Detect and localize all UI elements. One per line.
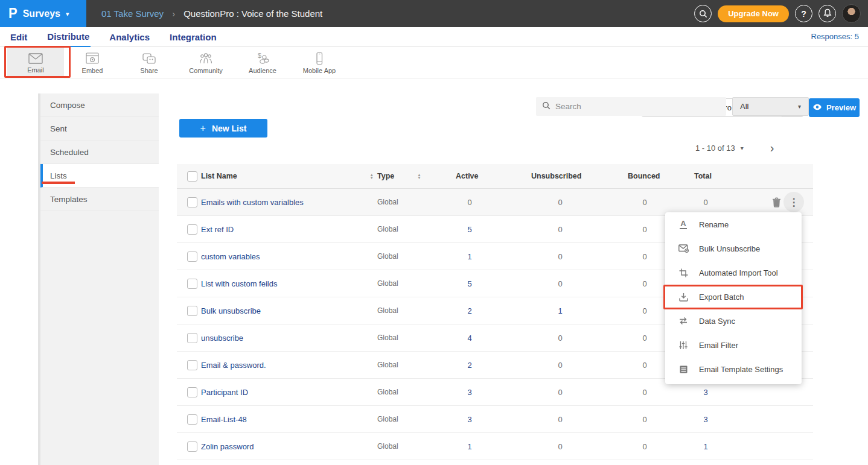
mobile-app-icon — [312, 52, 327, 65]
active-count[interactable]: 1 — [456, 442, 483, 451]
upgrade-now-button[interactable]: Upgrade Now — [718, 5, 789, 22]
search-input[interactable] — [555, 102, 706, 111]
help-button[interactable]: ? — [795, 5, 812, 22]
list-name-link[interactable]: Email-List-48 — [201, 415, 247, 424]
active-count[interactable]: 4 — [456, 334, 483, 343]
bounced-count: 0 — [628, 442, 662, 451]
menu-item-export-batch[interactable]: Export Batch — [665, 285, 802, 309]
active-count[interactable]: 1 — [456, 252, 483, 261]
svg-text:$: $ — [258, 52, 261, 59]
list-name-link[interactable]: Zolin password — [201, 442, 254, 451]
active-count: 0 — [456, 198, 483, 207]
tab-integration[interactable]: Integration — [168, 27, 218, 47]
unsubscribed-count[interactable]: 1 — [531, 306, 589, 315]
surveys-menu-button[interactable]: P Surveys ▾ — [0, 0, 86, 27]
bulk-unsubscribe-icon — [678, 244, 689, 253]
global-search-button[interactable] — [694, 5, 712, 22]
column-unsubscribed: Unsubscribed — [531, 172, 628, 180]
responses-count[interactable]: Responses: 5 — [811, 32, 860, 41]
column-type: Type — [377, 172, 394, 180]
list-name-link[interactable]: Email & password. — [201, 361, 266, 370]
pagination-range-dropdown[interactable]: 1 - 10 of 13 ▾ — [695, 144, 744, 153]
row-checkbox[interactable] — [187, 387, 197, 397]
delete-list-button[interactable] — [772, 197, 781, 207]
row-checkbox[interactable] — [187, 224, 197, 235]
list-name-link[interactable]: Bulk unsubscribe — [201, 306, 261, 315]
toolbar-item-share[interactable]: Share — [121, 47, 177, 78]
active-count[interactable]: 2 — [456, 306, 483, 315]
toolbar-item-audience[interactable]: $ Audience — [234, 47, 291, 78]
active-count[interactable]: 5 — [456, 279, 483, 288]
list-name-link[interactable]: Participant ID — [201, 388, 248, 397]
pagination: 1 - 10 of 13 ▾ › — [695, 141, 774, 155]
eye-icon — [812, 103, 822, 112]
list-name-link[interactable]: custom variables — [201, 252, 260, 261]
caret-down-icon: ▾ — [798, 103, 801, 110]
email-template-settings-icon — [678, 365, 689, 374]
notifications-button[interactable] — [819, 5, 836, 22]
user-avatar[interactable] — [842, 4, 861, 23]
sidebar-item-scheduled[interactable]: Scheduled — [40, 141, 159, 164]
next-page-button[interactable]: › — [770, 141, 774, 155]
new-list-label: New List — [212, 124, 247, 133]
row-checkbox[interactable] — [187, 441, 197, 452]
tab-analytics[interactable]: Analytics — [108, 27, 151, 47]
unsubscribed-count: 0 — [531, 388, 589, 397]
column-total: Total — [694, 172, 764, 180]
row-checkbox[interactable] — [187, 251, 197, 262]
sort-icon[interactable]: ▲▼ — [417, 173, 421, 179]
email-filter-icon — [678, 341, 689, 350]
total-count[interactable]: 3 — [694, 415, 717, 424]
sidebar-item-sent[interactable]: Sent — [40, 117, 159, 141]
menu-item-data-sync[interactable]: Data Sync — [665, 309, 802, 333]
menu-item-email-filter[interactable]: Email Filter — [665, 333, 802, 357]
row-checkbox[interactable] — [187, 279, 197, 289]
unsubscribed-count: 0 — [531, 334, 589, 343]
row-checkbox[interactable] — [187, 306, 197, 316]
row-checkbox[interactable] — [187, 360, 197, 370]
active-count[interactable]: 5 — [456, 225, 483, 234]
sidebar-item-lists[interactable]: Lists — [40, 164, 159, 188]
row-checkbox[interactable] — [187, 333, 197, 343]
list-name-link[interactable]: unsubscribe — [201, 334, 243, 343]
plus-icon: + — [200, 123, 206, 134]
list-name-link[interactable]: List with custom feilds — [201, 279, 277, 288]
page-title: QuestionPro : Voice of the Student — [183, 8, 322, 19]
tab-edit[interactable]: Edit — [9, 27, 28, 47]
menu-item-bulk-unsubscribe[interactable]: Bulk Unsubscribe — [665, 236, 802, 261]
share-icon — [142, 52, 156, 65]
active-count[interactable]: 2 — [456, 361, 483, 370]
new-list-button[interactable]: + New List — [179, 119, 267, 138]
kebab-icon: ⋮ — [789, 196, 799, 209]
row-menu-button[interactable]: ⋮ — [783, 192, 804, 212]
active-count[interactable]: 3 — [456, 415, 483, 424]
data-sync-icon — [678, 317, 689, 325]
breadcrumb-survey-link[interactable]: 01 Take Survey — [101, 8, 164, 19]
preview-button[interactable]: Preview — [809, 98, 860, 117]
unsubscribed-count: 0 — [531, 252, 589, 261]
sidebar-item-templates[interactable]: Templates — [40, 188, 159, 211]
total-count[interactable]: 3 — [694, 388, 717, 397]
menu-item-automated-import-tool[interactable]: Automated Import Tool — [665, 261, 802, 285]
row-checkbox[interactable] — [187, 414, 197, 425]
column-active: Active — [456, 172, 531, 180]
menu-item-email-template-settings[interactable]: Email Template Settings — [665, 357, 802, 381]
menu-item-rename[interactable]: A Rename — [665, 212, 802, 236]
list-name-link[interactable]: Emails with custom varialbles — [201, 198, 304, 207]
list-name-link[interactable]: Ext ref ID — [201, 225, 234, 234]
sort-icon[interactable]: ▲▼ — [370, 173, 374, 179]
toolbar-label: Community — [189, 67, 223, 74]
sidebar-item-compose[interactable]: Compose — [40, 93, 159, 117]
tab-distribute[interactable]: Distribute — [46, 27, 91, 47]
table-header: List Name ▲▼ Type ▲▼ Active Unsubscribed… — [177, 164, 813, 189]
list-filter-dropdown[interactable]: All ▾ — [732, 97, 809, 116]
toolbar-item-email[interactable]: Email — [7, 47, 64, 78]
toolbar-item-community[interactable]: Community — [177, 47, 234, 78]
select-all-checkbox[interactable] — [187, 171, 197, 182]
row-checkbox[interactable] — [187, 197, 197, 207]
table-row: Zolin password Global 1 0 0 1 — [177, 433, 813, 460]
toolbar-item-mobile-app[interactable]: Mobile App — [291, 47, 348, 78]
total-count[interactable]: 1 — [694, 442, 717, 451]
active-count[interactable]: 3 — [456, 388, 483, 397]
toolbar-item-embed[interactable]: Embed — [64, 47, 121, 78]
